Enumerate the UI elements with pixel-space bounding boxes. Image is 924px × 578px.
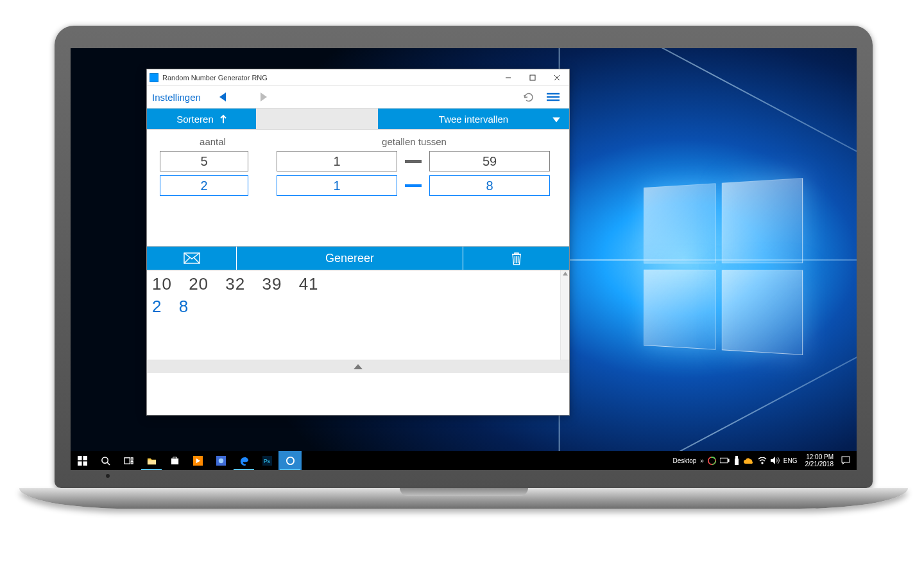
count-1-input[interactable]: 5: [160, 151, 248, 171]
range-dash: [397, 184, 429, 187]
mail-icon: [184, 252, 200, 264]
svg-rect-39: [735, 456, 738, 459]
mail-button[interactable]: [147, 247, 237, 270]
count-label: aantal: [160, 136, 266, 147]
svg-rect-27: [171, 458, 178, 464]
taskbar-rng-app[interactable]: [278, 451, 302, 470]
tray-clock[interactable]: 12:00 PM 2/21/2018: [801, 453, 838, 468]
tray-usb-icon[interactable]: [733, 456, 740, 465]
between-label: getallen tussen: [272, 136, 556, 147]
taskbar-edge[interactable]: [232, 451, 255, 470]
action-center-icon[interactable]: [841, 456, 850, 465]
tray-language[interactable]: ENG: [783, 457, 798, 464]
svg-rect-37: [720, 458, 728, 463]
desktop-wallpaper: Random Number Generator RNG: [71, 48, 857, 470]
to-2-input[interactable]: 8: [429, 175, 550, 196]
nav-back-button[interactable]: [212, 87, 233, 107]
intervals-dropdown[interactable]: Twee intervallen: [378, 109, 569, 129]
sort-tab-label: Sorteren: [176, 114, 214, 125]
svg-rect-38: [728, 459, 729, 462]
settings-menu[interactable]: Instellingen: [152, 92, 201, 103]
titlebar[interactable]: Random Number Generator RNG: [147, 69, 569, 86]
taskbar-media[interactable]: [186, 451, 209, 470]
nav-forward-button[interactable]: [253, 87, 274, 107]
scroll-up-icon: [563, 272, 568, 276]
svg-line-13: [194, 258, 200, 263]
windows-logo: [644, 178, 803, 355]
svg-rect-40: [735, 459, 739, 465]
svg-rect-19: [78, 461, 82, 466]
tray-chevron-icon[interactable]: »: [700, 457, 704, 464]
svg-marker-5: [261, 92, 267, 101]
hamburger-menu-icon[interactable]: [542, 87, 564, 107]
tray-icon-1[interactable]: [708, 457, 716, 465]
sort-tab[interactable]: Sorteren: [147, 109, 256, 129]
svg-rect-24: [131, 457, 133, 460]
window-title: Random Number Generator RNG: [162, 74, 268, 82]
taskbar: Ps Desktop »: [71, 451, 857, 470]
tray-onedrive-icon[interactable]: [744, 457, 754, 464]
search-button[interactable]: [94, 451, 117, 470]
svg-marker-42: [771, 457, 775, 464]
svg-rect-23: [124, 457, 129, 463]
svg-point-41: [762, 462, 763, 464]
maximize-button[interactable]: [520, 69, 545, 86]
rng-app-window: Random Number Generator RNG: [146, 69, 570, 416]
svg-text:Ps: Ps: [263, 458, 270, 464]
start-button[interactable]: [71, 451, 94, 470]
svg-point-21: [101, 457, 107, 462]
count-2-input[interactable]: 2: [160, 175, 248, 196]
tray-wifi-icon[interactable]: [758, 457, 767, 464]
svg-line-12: [184, 258, 190, 263]
delete-button[interactable]: [463, 247, 569, 270]
from-1-input[interactable]: 1: [277, 151, 397, 171]
minimize-button[interactable]: [496, 69, 520, 86]
tray-volume-icon[interactable]: [771, 457, 780, 464]
show-desktop-label[interactable]: Desktop: [673, 457, 697, 464]
results-line-1: 10 20 32 39 41: [152, 274, 555, 294]
intervals-label: Twee intervallen: [439, 114, 508, 125]
svg-rect-20: [83, 461, 87, 466]
sort-ascending-icon: [220, 114, 227, 123]
range-dash: [397, 160, 429, 163]
svg-rect-26: [147, 460, 155, 464]
svg-line-22: [107, 462, 110, 465]
tray-battery-icon[interactable]: [720, 457, 730, 464]
results-scrollbar[interactable]: [560, 270, 569, 360]
chevron-down-icon: [552, 114, 560, 125]
svg-rect-25: [131, 461, 133, 464]
svg-rect-17: [78, 456, 82, 460]
app-icon: [150, 73, 158, 82]
svg-rect-43: [842, 457, 850, 462]
svg-point-34: [286, 457, 293, 464]
task-view-button[interactable]: [117, 451, 140, 470]
taskbar-app-1[interactable]: [209, 451, 232, 470]
svg-point-31: [218, 458, 223, 463]
close-button[interactable]: [545, 69, 569, 86]
svg-marker-4: [219, 92, 226, 101]
to-1-input[interactable]: 59: [429, 151, 550, 171]
expand-bar[interactable]: [147, 360, 569, 373]
tab-spacer: [256, 109, 378, 129]
from-2-input[interactable]: 1: [277, 175, 397, 196]
svg-rect-18: [83, 456, 87, 460]
trash-icon: [511, 251, 522, 265]
undo-button[interactable]: [518, 87, 540, 107]
generate-button[interactable]: Genereer: [237, 247, 463, 270]
taskbar-photoshop[interactable]: Ps: [255, 451, 278, 470]
svg-marker-10: [552, 118, 560, 123]
generate-label: Genereer: [325, 252, 374, 265]
results-line-2: 2 8: [152, 297, 555, 317]
svg-rect-1: [530, 75, 535, 80]
chevron-up-icon: [354, 364, 363, 369]
taskbar-file-explorer[interactable]: [140, 451, 163, 470]
results-area: 10 20 32 39 41 2 8: [147, 270, 560, 360]
taskbar-store[interactable]: [163, 451, 186, 470]
